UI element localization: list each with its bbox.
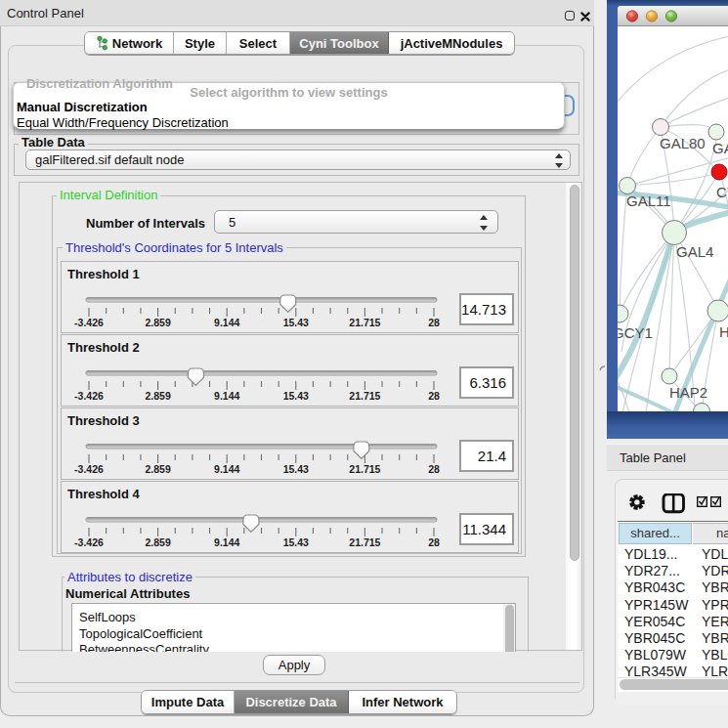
svg-text:21.715: 21.715 — [349, 317, 380, 328]
svg-text:9.144: 9.144 — [214, 390, 239, 402]
svg-text:-3.426: -3.426 — [74, 463, 104, 475]
svg-text:21.715: 21.715 — [349, 536, 380, 548]
svg-text:H: H — [719, 323, 728, 340]
svg-text:2.859: 2.859 — [145, 317, 170, 328]
svg-text:15.43: 15.43 — [283, 536, 309, 548]
svg-text:GCY1: GCY1 — [618, 324, 653, 341]
svg-text:28: 28 — [428, 390, 440, 402]
svg-text:21.715: 21.715 — [349, 390, 380, 402]
svg-text:-3.426: -3.426 — [74, 390, 104, 402]
svg-text:2.859: 2.859 — [145, 536, 170, 548]
svg-text:GAL: GAL — [712, 140, 728, 156]
svg-text:GAL4: GAL4 — [676, 243, 713, 260]
svg-text:CY: CY — [716, 184, 728, 200]
svg-text:21.715: 21.715 — [349, 463, 380, 475]
svg-text:2.859: 2.859 — [145, 390, 170, 402]
svg-text:28: 28 — [428, 317, 440, 328]
svg-text:15.43: 15.43 — [283, 390, 309, 402]
svg-text:15.43: 15.43 — [283, 463, 309, 475]
svg-text:GAL11: GAL11 — [626, 193, 671, 209]
svg-text:9.144: 9.144 — [214, 536, 239, 548]
svg-text:HAP2: HAP2 — [669, 384, 707, 401]
svg-text:9.144: 9.144 — [214, 463, 239, 475]
svg-text:GAL80: GAL80 — [660, 135, 706, 151]
svg-text:2.859: 2.859 — [145, 463, 170, 475]
svg-text:9.144: 9.144 — [214, 317, 239, 328]
svg-text:28: 28 — [428, 463, 440, 475]
svg-text:-3.426: -3.426 — [74, 536, 104, 548]
svg-text:15.43: 15.43 — [283, 317, 309, 328]
svg-text:-3.426: -3.426 — [74, 317, 104, 328]
svg-text:28: 28 — [428, 536, 440, 548]
